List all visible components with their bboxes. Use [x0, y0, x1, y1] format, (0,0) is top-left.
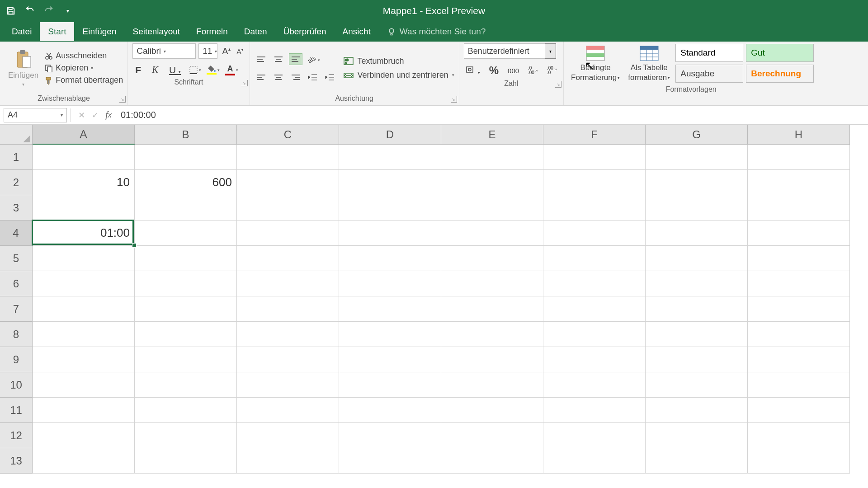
row-header-5[interactable]: 5 — [0, 246, 33, 271]
tab-einfuegen[interactable]: Einfügen — [74, 22, 124, 41]
cell-B7[interactable] — [135, 296, 237, 322]
fill-handle[interactable] — [132, 243, 137, 248]
paste-button[interactable]: Einfügen ▾ — [5, 47, 42, 89]
cell-A13[interactable] — [33, 448, 135, 474]
style-gut[interactable]: Gut — [746, 44, 814, 62]
cell-H10[interactable] — [748, 372, 850, 398]
row-header-4[interactable]: 4 — [0, 221, 33, 246]
dialog-launcher-icon[interactable]: ↘ — [451, 96, 457, 103]
cell-B1[interactable] — [135, 145, 237, 170]
cell-D3[interactable] — [339, 195, 441, 221]
cell-E3[interactable] — [441, 195, 543, 221]
cell-G9[interactable] — [646, 347, 748, 372]
cell-A10[interactable] — [33, 372, 135, 398]
row-header-13[interactable]: 13 — [0, 448, 33, 474]
borders-button[interactable]: ▾ — [189, 66, 201, 75]
cell-F1[interactable] — [543, 145, 646, 170]
cell-F11[interactable] — [543, 398, 646, 423]
increase-font-button[interactable]: A▴ — [220, 45, 232, 57]
column-header-C[interactable]: C — [237, 125, 339, 145]
cell-F5[interactable] — [543, 246, 646, 271]
cell-A9[interactable] — [33, 347, 135, 372]
cell-E6[interactable] — [441, 271, 543, 296]
cell-C11[interactable] — [237, 398, 339, 423]
dialog-launcher-icon[interactable]: ↘ — [241, 80, 248, 86]
cell-E7[interactable] — [441, 296, 543, 322]
cell-A8[interactable] — [33, 322, 135, 347]
align-middle-button[interactable] — [272, 53, 285, 65]
cell-C8[interactable] — [237, 322, 339, 347]
cell-D2[interactable] — [339, 170, 441, 195]
cell-D7[interactable] — [339, 296, 441, 322]
cell-E13[interactable] — [441, 448, 543, 474]
cell-E10[interactable] — [441, 372, 543, 398]
cell-E1[interactable] — [441, 145, 543, 170]
cell-G7[interactable] — [646, 296, 748, 322]
cell-C7[interactable] — [237, 296, 339, 322]
font-size-selector[interactable]: 11▾ — [198, 43, 217, 59]
italic-button[interactable]: K — [149, 63, 161, 76]
cell-G3[interactable] — [646, 195, 748, 221]
cell-A7[interactable] — [33, 296, 135, 322]
cell-G12[interactable] — [646, 423, 748, 448]
cell-C2[interactable] — [237, 170, 339, 195]
insert-function-button[interactable]: fx — [102, 108, 115, 122]
tab-ansicht[interactable]: Ansicht — [335, 22, 379, 41]
cell-B6[interactable] — [135, 271, 237, 296]
formula-input[interactable]: 01:00:00 — [115, 110, 868, 120]
format-as-table-button[interactable]: Als Tabelle formatieren▾ — [625, 43, 673, 84]
align-top-button[interactable] — [255, 53, 268, 65]
cell-C6[interactable] — [237, 271, 339, 296]
decrease-indent-button[interactable] — [306, 71, 320, 83]
cell-B5[interactable] — [135, 246, 237, 271]
align-right-button[interactable] — [289, 71, 302, 83]
cell-D1[interactable] — [339, 145, 441, 170]
cell-A11[interactable] — [33, 398, 135, 423]
cell-B8[interactable] — [135, 322, 237, 347]
cell-B2[interactable]: 600 — [135, 170, 237, 195]
cell-H13[interactable] — [748, 448, 850, 474]
tab-formeln[interactable]: Formeln — [188, 22, 236, 41]
select-all-corner[interactable] — [0, 125, 33, 145]
fill-color-button[interactable]: ▾ — [207, 66, 220, 75]
style-ausgabe[interactable]: Ausgabe — [675, 65, 743, 83]
cell-A12[interactable] — [33, 423, 135, 448]
cell-G13[interactable] — [646, 448, 748, 474]
cell-F10[interactable] — [543, 372, 646, 398]
cell-C5[interactable] — [237, 246, 339, 271]
cell-B3[interactable] — [135, 195, 237, 221]
cell-E2[interactable] — [441, 170, 543, 195]
cell-H6[interactable] — [748, 271, 850, 296]
cell-F12[interactable] — [543, 423, 646, 448]
cell-F7[interactable] — [543, 296, 646, 322]
underline-button[interactable]: U ▾ — [166, 64, 184, 76]
conditional-formatting-button[interactable]: Bedingte Formatierung▾ — [568, 43, 623, 84]
column-header-H[interactable]: H — [748, 125, 850, 145]
cell-D11[interactable] — [339, 398, 441, 423]
qat-customize-icon[interactable]: ▾ — [62, 5, 73, 16]
cell-D8[interactable] — [339, 322, 441, 347]
align-center-button[interactable] — [272, 71, 285, 83]
tab-daten[interactable]: Daten — [236, 22, 275, 41]
tab-ueberpruefen[interactable]: Überprüfen — [275, 22, 334, 41]
cell-H1[interactable] — [748, 145, 850, 170]
column-header-A[interactable]: A — [33, 125, 135, 145]
cell-D6[interactable] — [339, 271, 441, 296]
cell-A3[interactable] — [33, 195, 135, 221]
cell-B12[interactable] — [135, 423, 237, 448]
tab-datei[interactable]: Datei — [4, 22, 40, 41]
cell-H9[interactable] — [748, 347, 850, 372]
bold-button[interactable]: F — [132, 64, 144, 76]
align-bottom-button[interactable] — [289, 53, 302, 65]
cell-G4[interactable] — [646, 221, 748, 246]
cell-E8[interactable] — [441, 322, 543, 347]
row-header-1[interactable]: 1 — [0, 145, 33, 170]
tab-start[interactable]: Start — [40, 22, 74, 41]
column-header-G[interactable]: G — [646, 125, 748, 145]
name-box[interactable]: A4 ▾ — [4, 108, 67, 122]
cell-G10[interactable] — [646, 372, 748, 398]
cell-E11[interactable] — [441, 398, 543, 423]
cell-B4[interactable] — [135, 221, 237, 246]
cell-H4[interactable] — [748, 221, 850, 246]
row-header-12[interactable]: 12 — [0, 423, 33, 448]
